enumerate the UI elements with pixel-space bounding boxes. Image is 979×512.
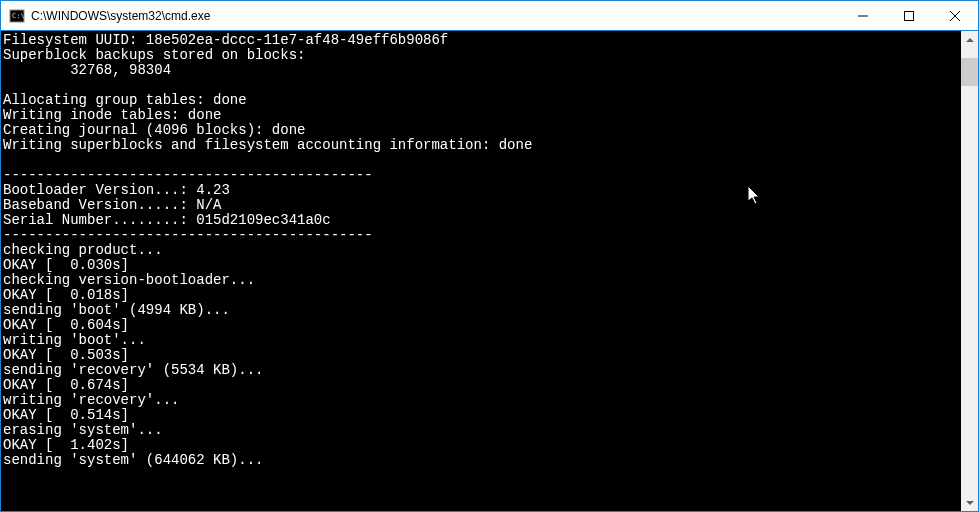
terminal-line: OKAY [ 0.030s] <box>3 258 959 273</box>
terminal-line: Creating journal (4096 blocks): done <box>3 123 959 138</box>
close-button[interactable] <box>932 1 978 30</box>
terminal-line: checking version-bootloader... <box>3 273 959 288</box>
terminal-line: sending 'system' (644062 KB)... <box>3 453 959 468</box>
terminal-line: Filesystem UUID: 18e502ea-dccc-11e7-af48… <box>3 33 959 48</box>
terminal-line: checking product... <box>3 243 959 258</box>
terminal-line: Superblock backups stored on blocks: <box>3 48 959 63</box>
vertical-scrollbar[interactable] <box>961 31 978 511</box>
window-title: C:\WINDOWS\system32\cmd.exe <box>31 9 840 23</box>
terminal-line: Writing inode tables: done <box>3 108 959 123</box>
terminal-line: OKAY [ 0.604s] <box>3 318 959 333</box>
cmd-icon: C:\ <box>9 8 25 24</box>
scroll-track[interactable] <box>961 48 978 494</box>
scroll-up-button[interactable] <box>961 31 978 48</box>
terminal-line: writing 'boot'... <box>3 333 959 348</box>
terminal-line: writing 'recovery'... <box>3 393 959 408</box>
terminal-line: sending 'boot' (4994 KB)... <box>3 303 959 318</box>
terminal-line: OKAY [ 0.503s] <box>3 348 959 363</box>
terminal-line: sending 'recovery' (5534 KB)... <box>3 363 959 378</box>
terminal-line <box>3 78 959 93</box>
svg-marker-6 <box>966 38 974 42</box>
terminal-line: Bootloader Version...: 4.23 <box>3 183 959 198</box>
terminal-line: 32768, 98304 <box>3 63 959 78</box>
maximize-button[interactable] <box>886 1 932 30</box>
terminal-line: ----------------------------------------… <box>3 228 959 243</box>
window-controls <box>840 1 978 30</box>
terminal-line: OKAY [ 0.674s] <box>3 378 959 393</box>
terminal-line: ----------------------------------------… <box>3 168 959 183</box>
client-area: Filesystem UUID: 18e502ea-dccc-11e7-af48… <box>1 31 978 511</box>
terminal-line: OKAY [ 0.514s] <box>3 408 959 423</box>
scroll-down-button[interactable] <box>961 494 978 511</box>
terminal-line: OKAY [ 1.402s] <box>3 438 959 453</box>
terminal-line: erasing 'system'... <box>3 423 959 438</box>
terminal-output[interactable]: Filesystem UUID: 18e502ea-dccc-11e7-af48… <box>1 31 961 511</box>
terminal-line: OKAY [ 0.018s] <box>3 288 959 303</box>
terminal-line: Writing superblocks and filesystem accou… <box>3 138 959 153</box>
minimize-button[interactable] <box>840 1 886 30</box>
terminal-line: Baseband Version.....: N/A <box>3 198 959 213</box>
terminal-line <box>3 153 959 168</box>
terminal-line: Allocating group tables: done <box>3 93 959 108</box>
titlebar[interactable]: C:\ C:\WINDOWS\system32\cmd.exe <box>1 1 978 31</box>
terminal-line: Serial Number........: 015d2109ec341a0c <box>3 213 959 228</box>
svg-rect-3 <box>905 11 914 20</box>
svg-marker-7 <box>966 501 974 505</box>
svg-text:C:\: C:\ <box>12 12 25 20</box>
scroll-thumb[interactable] <box>961 58 978 86</box>
